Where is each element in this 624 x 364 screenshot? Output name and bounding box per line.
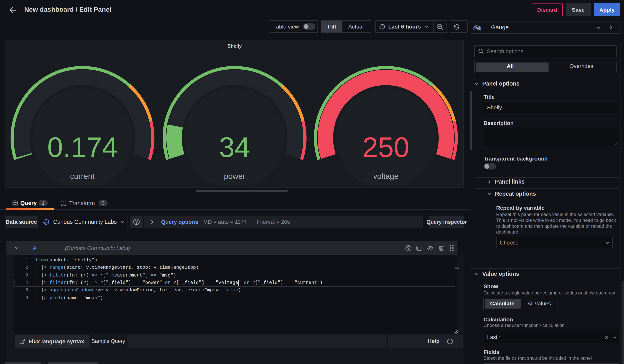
svg-text:79: 79 <box>475 27 479 30</box>
svg-text:34: 34 <box>219 132 250 163</box>
svg-text:250: 250 <box>363 132 409 163</box>
svg-text:0.174: 0.174 <box>47 132 117 163</box>
